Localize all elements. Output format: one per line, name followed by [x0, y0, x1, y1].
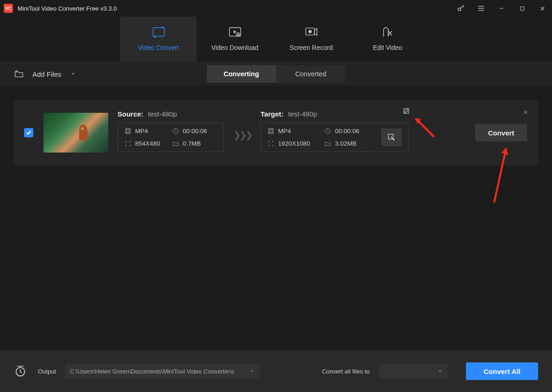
- nav-edit-video[interactable]: Edit Video: [349, 17, 426, 61]
- target-duration: 00:00:06: [335, 128, 360, 135]
- add-folder-icon: [14, 69, 24, 79]
- output-format-select[interactable]: [379, 364, 447, 379]
- resolution-icon: [267, 140, 274, 147]
- download-icon: [229, 27, 242, 37]
- nav-label: Video Download: [211, 44, 259, 51]
- tab-converted[interactable]: Converted: [276, 65, 346, 83]
- convert-button[interactable]: Convert: [475, 124, 527, 141]
- nav-video-convert[interactable]: Video Convert: [120, 17, 197, 61]
- source-label: Source:: [118, 110, 143, 118]
- output-path-value: C:\Users\Helen Green\Documents\MiniTool …: [70, 368, 235, 375]
- format-icon: [124, 128, 131, 135]
- target-format: MP4: [278, 128, 291, 135]
- key-icon[interactable]: [454, 1, 468, 15]
- menu-icon[interactable]: [474, 1, 488, 15]
- clock-icon: [324, 128, 331, 135]
- nav-video-download[interactable]: Video Download: [197, 17, 273, 61]
- target-column: Target: test-480p MP4 00:00:06 1920X1080…: [260, 110, 409, 152]
- app-title: MiniTool Video Converter Free v3.3.0: [18, 5, 117, 12]
- convert-all-files-label: Convert all files to: [322, 368, 370, 375]
- nav-label: Video Convert: [138, 44, 179, 51]
- source-duration: 00:00:06: [183, 128, 207, 135]
- toolbar: Add Files Converting Converted: [0, 62, 552, 86]
- dropdown-icon: [437, 368, 443, 374]
- nav-screen-record[interactable]: Screen Record: [273, 17, 349, 61]
- main-nav: Video Convert Video Download Screen Reco…: [0, 17, 552, 62]
- maximize-button[interactable]: [515, 1, 529, 15]
- video-thumbnail[interactable]: [43, 113, 108, 153]
- record-icon: [305, 27, 318, 37]
- dropdown-icon: [249, 368, 255, 374]
- nav-label: Screen Record: [290, 44, 333, 51]
- svg-rect-2: [153, 27, 164, 36]
- minimize-button[interactable]: [495, 1, 509, 15]
- convert-icon: [152, 27, 165, 37]
- size-icon: [324, 140, 331, 147]
- remove-task-button[interactable]: [522, 109, 529, 117]
- crop-settings-button[interactable]: [381, 129, 402, 146]
- svg-rect-7: [126, 128, 130, 133]
- target-resolution: 1920X1080: [278, 140, 310, 147]
- task-card: Source: test-480p MP4 00:00:06 854X480 0…: [14, 100, 538, 165]
- target-info-box: MP4 00:00:06 1920X1080 3.02MB: [260, 122, 409, 152]
- task-checkbox[interactable]: [24, 128, 33, 137]
- svg-rect-1: [520, 6, 524, 10]
- edit-video-icon: [381, 27, 394, 37]
- convert-all-button[interactable]: Convert All: [466, 362, 538, 380]
- source-info-box: MP4 00:00:06 854X480 0.7MB: [118, 122, 224, 152]
- format-icon: [267, 128, 274, 135]
- source-column: Source: test-480p MP4 00:00:06 854X480 0…: [118, 110, 224, 152]
- target-size: 3.02MB: [335, 140, 357, 147]
- close-button[interactable]: [535, 1, 549, 15]
- output-label: Output: [38, 368, 56, 375]
- svg-rect-10: [269, 128, 273, 133]
- source-format: MP4: [135, 128, 148, 135]
- clock-icon: [172, 128, 179, 135]
- add-files-button[interactable]: Add Files: [14, 69, 76, 79]
- titlebar: VC MiniTool Video Converter Free v3.3.0: [0, 0, 552, 17]
- target-label: Target:: [260, 110, 284, 118]
- tab-converting[interactable]: Converting: [207, 65, 276, 83]
- app-logo: VC: [4, 4, 13, 13]
- size-icon: [172, 140, 179, 147]
- target-name: test-480p: [288, 110, 317, 118]
- edit-target-button[interactable]: [403, 107, 410, 116]
- add-files-label: Add Files: [32, 70, 62, 78]
- source-resolution: 854X480: [135, 140, 160, 147]
- output-path-select[interactable]: C:\Users\Helen Green\Documents\MiniTool …: [65, 364, 260, 379]
- schedule-icon[interactable]: [14, 365, 27, 378]
- svg-point-0: [458, 8, 461, 11]
- dropdown-icon: [70, 71, 76, 77]
- source-name: test-480p: [148, 110, 177, 118]
- resolution-icon: [124, 140, 131, 147]
- content-area: Source: test-480p MP4 00:00:06 854X480 0…: [0, 86, 552, 350]
- arrow-divider: ❯❯❯: [233, 129, 251, 141]
- nav-label: Edit Video: [373, 44, 403, 51]
- sub-tabs: Converting Converted: [207, 65, 346, 83]
- svg-point-6: [309, 30, 311, 33]
- bottom-bar: Output C:\Users\Helen Green\Documents\Mi…: [0, 350, 552, 392]
- crop-icon: [387, 133, 396, 141]
- source-size: 0.7MB: [183, 140, 201, 147]
